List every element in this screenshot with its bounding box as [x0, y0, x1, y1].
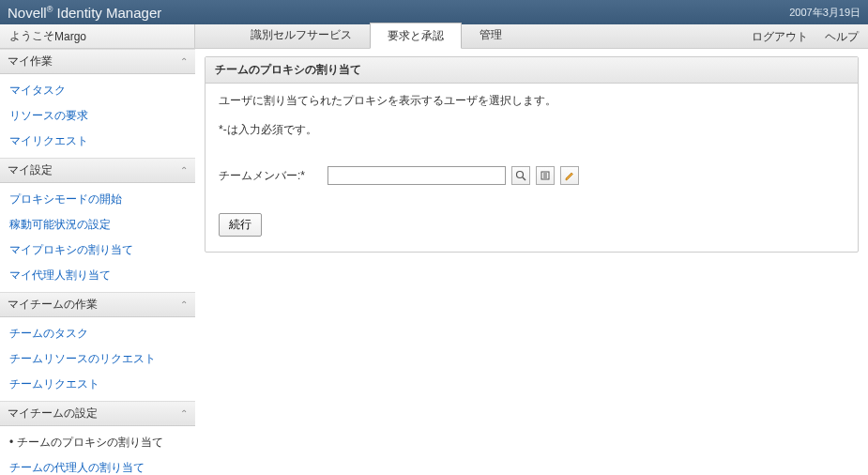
nav-avail[interactable]: 稼動可能状況の設定	[0, 212, 195, 238]
collapse-icon: ⌃	[180, 165, 188, 176]
sidebar: マイ作業 ⌃ マイタスク リソースの要求 マイリクエスト マイ設定 ⌃ プロキシ…	[0, 49, 195, 475]
nav-team-proxy[interactable]: チームのプロキシの割り当て	[0, 430, 195, 455]
app-header: Novell® Identity Manager 2007年3月19日	[0, 0, 868, 24]
welcome-bar: ようこそMargo	[0, 24, 195, 48]
tab-admin[interactable]: 管理	[462, 22, 520, 48]
subheader: ようこそMargo 識別セルフサービス 要求と承認 管理 ログアウト ヘルプ	[0, 24, 868, 49]
main-panel: チームのプロキシの割り当て ユーザに割り当てられたプロキシを表示するユーザを選択…	[205, 56, 859, 253]
team-member-row: チームメンバー:*	[219, 166, 845, 185]
collapse-icon: ⌃	[180, 56, 188, 67]
tab-bar: 識別セルフサービス 要求と承認 管理 ログアウト ヘルプ	[195, 24, 868, 48]
svg-line-1	[523, 177, 525, 180]
tab-selfservice[interactable]: 識別セルフサービス	[233, 22, 370, 48]
navgroup-mywork[interactable]: マイ作業 ⌃	[0, 49, 195, 74]
welcome-user: Margo	[54, 30, 86, 43]
product-prefix: Novell	[8, 5, 47, 21]
collapse-icon: ⌃	[180, 408, 188, 419]
nav-myproxy[interactable]: マイプロキシの割り当て	[0, 238, 195, 263]
required-note: *-は入力必須です。	[219, 122, 845, 138]
nav-mytasks[interactable]: マイタスク	[0, 78, 195, 103]
team-member-label: チームメンバー:*	[219, 168, 322, 184]
continue-button[interactable]: 続行	[219, 213, 262, 237]
nav-team-delegate[interactable]: チームの代理人の割り当て	[0, 455, 195, 475]
tab-requests[interactable]: 要求と承認	[370, 23, 462, 49]
nav-resource-req[interactable]: リソースの要求	[0, 103, 195, 129]
nav-myrequests[interactable]: マイリクエスト	[0, 129, 195, 154]
navgroup-teamsettings[interactable]: マイチームの設定 ⌃	[0, 401, 195, 426]
nav-proxy-start[interactable]: プロキシモードの開始	[0, 187, 195, 212]
navgroup-mywork-title: マイ作業	[8, 54, 53, 69]
help-link[interactable]: ヘルプ	[825, 29, 859, 45]
navgroup-mysettings-title: マイ設定	[8, 162, 53, 178]
nav-team-req[interactable]: チームリクエスト	[0, 372, 195, 397]
navgroup-teamwork[interactable]: マイチームの作業 ⌃	[0, 292, 195, 317]
logout-link[interactable]: ログアウト	[752, 29, 808, 45]
content-area: チームのプロキシの割り当て ユーザに割り当てられたプロキシを表示するユーザを選択…	[195, 49, 868, 475]
product-name: Identity Manager	[53, 5, 161, 21]
history-icon[interactable]	[536, 166, 555, 185]
nav-team-tasks[interactable]: チームのタスク	[0, 321, 195, 346]
team-member-input[interactable]	[327, 166, 506, 185]
product-title: Novell® Identity Manager	[8, 5, 161, 21]
navgroup-teamsettings-title: マイチームの設定	[8, 406, 98, 421]
welcome-prefix: ようこそ	[9, 28, 54, 44]
svg-point-0	[517, 172, 524, 178]
navgroup-teamwork-title: マイチームの作業	[8, 297, 98, 313]
navgroup-mysettings[interactable]: マイ設定 ⌃	[0, 158, 195, 183]
instruction-text: ユーザに割り当てられたプロキシを表示するユーザを選択します。	[219, 93, 845, 109]
header-date: 2007年3月19日	[789, 6, 860, 20]
top-links: ログアウト ヘルプ	[752, 29, 859, 45]
main-area: マイ作業 ⌃ マイタスク リソースの要求 マイリクエスト マイ設定 ⌃ プロキシ…	[0, 49, 868, 475]
nav-mydelegate[interactable]: マイ代理人割り当て	[0, 263, 195, 288]
search-icon[interactable]	[511, 166, 530, 185]
panel-title: チームのプロキシの割り当て	[206, 57, 858, 84]
nav-team-res-req[interactable]: チームリソースのリクエスト	[0, 346, 195, 372]
panel-body: ユーザに割り当てられたプロキシを表示するユーザを選択します。 *-は入力必須です…	[206, 84, 858, 252]
edit-icon[interactable]	[560, 166, 579, 185]
collapse-icon: ⌃	[180, 299, 188, 310]
